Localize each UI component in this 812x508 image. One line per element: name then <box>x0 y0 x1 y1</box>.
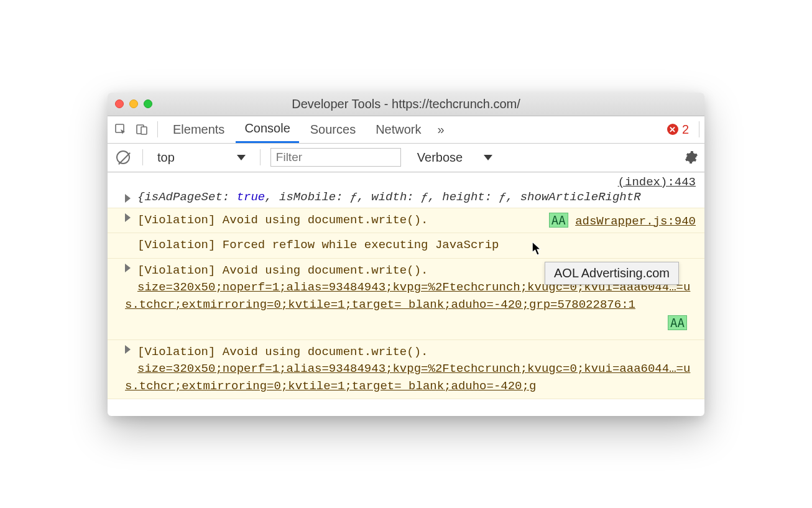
violation-row[interactable]: [Violation] Avoid using document.write()… <box>108 340 704 400</box>
tab-network[interactable]: Network <box>367 116 430 143</box>
zoom-icon[interactable] <box>144 99 152 108</box>
filter-input[interactable] <box>270 148 401 167</box>
device-toggle-icon[interactable] <box>132 120 151 139</box>
separator <box>157 121 158 137</box>
expand-icon[interactable] <box>125 194 131 203</box>
request-url-link[interactable]: size=320x50;noperf=1;alias=93484943;kvpg… <box>125 280 690 312</box>
error-count: 2 <box>682 122 689 137</box>
devtools-window: Developer Tools - https://techcrunch.com… <box>108 93 704 416</box>
chevron-down-icon <box>484 155 492 160</box>
expand-icon[interactable] <box>125 264 131 272</box>
devtools-tabs: Elements Console Sources Network » ✕ 2 <box>108 116 704 144</box>
context-selector[interactable]: top <box>153 149 250 167</box>
console-toolbar: top Verbose <box>108 144 704 172</box>
tab-console[interactable]: Console <box>236 116 298 143</box>
initiator-tooltip: AOL Advertising.com <box>545 262 679 285</box>
window-title: Developer Tools - https://techcrunch.com… <box>108 97 704 111</box>
expand-icon[interactable] <box>125 345 131 354</box>
log-level-label: Verbose <box>417 150 463 165</box>
inspect-icon[interactable] <box>111 120 130 139</box>
initiator-badge[interactable]: AA <box>668 315 687 330</box>
violation-row[interactable]: AA adsWrapper.js:940 [Violation] Avoid u… <box>108 208 704 234</box>
violation-message: [Violation] Forced reflow while executin… <box>125 237 696 254</box>
source-link[interactable]: (index):443 <box>618 175 696 189</box>
separator <box>260 149 261 165</box>
console-object-row[interactable]: {isAdPageSet: true, isMobile: ƒ, width: … <box>108 189 704 208</box>
expand-icon[interactable] <box>125 213 131 222</box>
separator <box>142 149 143 165</box>
request-url-link[interactable]: size=320x50;noperf=1;alias=93484943;kvpg… <box>125 362 690 393</box>
clear-console-icon[interactable] <box>114 148 132 167</box>
titlebar: Developer Tools - https://techcrunch.com… <box>108 93 704 116</box>
tab-sources[interactable]: Sources <box>302 116 364 143</box>
separator <box>699 121 699 137</box>
violation-list: AA adsWrapper.js:940 [Violation] Avoid u… <box>108 208 704 400</box>
chevron-down-icon <box>237 155 246 160</box>
violation-message: [Violation] Avoid using document.write()… <box>125 344 696 361</box>
tab-elements[interactable]: Elements <box>164 116 233 143</box>
svg-rect-2 <box>141 127 147 134</box>
minimize-icon[interactable] <box>129 99 138 108</box>
initiator-badge[interactable]: AA <box>549 213 568 228</box>
error-icon: ✕ <box>667 124 678 135</box>
more-tabs-icon[interactable]: » <box>433 122 450 137</box>
error-count-badge[interactable]: ✕ 2 <box>667 122 693 137</box>
console-body: (index):443 {isAdPageSet: true, isMobile… <box>108 172 704 416</box>
close-icon[interactable] <box>115 99 124 108</box>
settings-icon[interactable] <box>685 150 698 164</box>
context-label: top <box>157 150 175 165</box>
traffic-lights <box>115 99 152 108</box>
source-link[interactable]: adsWrapper.js:940 <box>575 215 696 228</box>
log-level-selector[interactable]: Verbose <box>417 150 492 165</box>
source-link-row: (index):443 <box>108 173 704 189</box>
violation-row[interactable]: [Violation] Forced reflow while executin… <box>108 233 704 259</box>
